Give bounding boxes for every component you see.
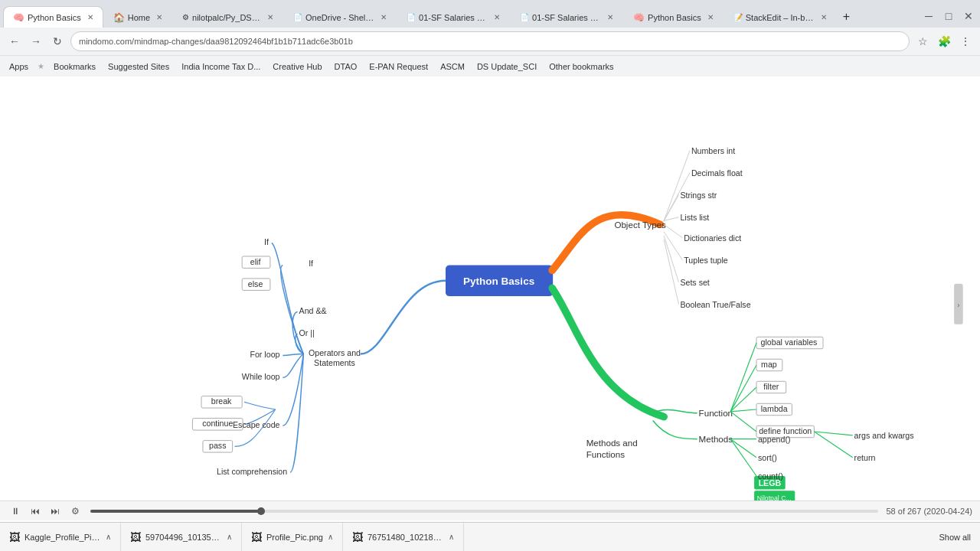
node-escape[interactable]: Escape code — [233, 420, 280, 429]
download-59704496-arrow[interactable]: ∧ — [227, 533, 232, 541]
maximize-button[interactable]: □ — [940, 8, 957, 24]
back-button[interactable]: ← — [6, 33, 23, 50]
node-boolean[interactable]: Boolean True/False — [680, 300, 750, 309]
extensions-button[interactable]: 🧩 — [936, 33, 952, 50]
bookmark-creative-hub[interactable]: Creative Hub — [270, 60, 325, 73]
node-dicts[interactable]: Dictionaries dict — [684, 233, 741, 243]
node-else[interactable]: else — [248, 279, 263, 289]
download-kaggle-arrow[interactable]: ∧ — [106, 533, 111, 541]
download-76751480-arrow[interactable]: ∧ — [449, 533, 454, 541]
node-decimals[interactable]: Decimals float — [691, 168, 743, 178]
settings-button[interactable]: ⋮ — [957, 33, 974, 50]
node-tuples[interactable]: Tuples tuple — [684, 256, 728, 265]
tab-close-icon[interactable]: ✕ — [381, 13, 387, 21]
tab-home[interactable]: 🏠 Home ✕ — [103, 6, 172, 28]
reload-button[interactable]: ↻ — [49, 33, 66, 50]
tab-close-icon[interactable]: ✕ — [156, 13, 162, 21]
bookmark-ascm[interactable]: ASCM — [437, 60, 468, 73]
node-strings[interactable]: Strings str — [680, 191, 717, 200]
tab-close-icon[interactable]: ✕ — [267, 13, 273, 21]
node-break[interactable]: break — [211, 396, 232, 406]
download-59704496[interactable]: 🖼 59704496_101358....jpg ∧ — [121, 523, 242, 552]
minimize-button[interactable]: ─ — [920, 8, 937, 24]
center-label: Python Basics — [463, 276, 534, 287]
download-profile-arrow[interactable]: ∧ — [328, 533, 333, 541]
mindmap-canvas[interactable]: Python Basics Operators and Statements I… — [0, 77, 980, 520]
line-count — [730, 439, 756, 476]
tab-salaries-1[interactable]: 📄 01-SF Salaries Exercise - Ju... ✕ — [397, 6, 510, 28]
line-methods — [653, 421, 697, 439]
node-count[interactable]: count() — [758, 471, 783, 481]
label-methods: Methods — [699, 434, 733, 444]
next-button[interactable]: ⏭ — [47, 504, 63, 519]
tab-salaries-2[interactable]: 📄 01-SF Salaries Exercise - Ju... ✕ — [510, 6, 623, 28]
new-tab-button[interactable]: + — [837, 6, 898, 28]
line-listcomp — [290, 354, 303, 473]
node-sets[interactable]: Sets set — [680, 278, 709, 287]
download-59704496-icon: 🖼 — [130, 531, 141, 543]
tab-close-icon[interactable]: ✕ — [607, 13, 613, 21]
tab-close-icon[interactable]: ✕ — [87, 13, 93, 21]
tab-close-icon[interactable]: ✕ — [494, 13, 500, 21]
address-bar[interactable]: mindomo.com/mindmap-changes/daa981209246… — [70, 31, 910, 51]
node-map[interactable]: map — [761, 360, 777, 369]
node-listcomp[interactable]: List comprehension — [217, 467, 287, 476]
bookmark-star-button[interactable]: ☆ — [914, 33, 931, 50]
bookmark-bookmarks[interactable]: Bookmarks — [51, 60, 99, 73]
bookmark-tax[interactable]: India Income Tax D... — [178, 60, 263, 73]
progress-bar[interactable] — [90, 510, 878, 513]
line-strings — [664, 195, 678, 221]
line-break — [244, 402, 276, 409]
node-pass[interactable]: pass — [209, 441, 226, 450]
browser-chrome: 🧠 Python Basics ✕ 🏠 Home ✕ ⚙ nilotpalc/P… — [0, 0, 980, 77]
tab-stackedit[interactable]: 📝 StackEdit – In-browser Mar... ✕ — [724, 6, 837, 28]
node-args[interactable]: args and kwargs — [854, 431, 914, 440]
bookmark-dtao[interactable]: DTAO — [332, 60, 361, 73]
download-76751480-name: 76751480_102181....jpg — [368, 533, 444, 542]
node-lambda[interactable]: lambda — [761, 404, 788, 413]
node-return[interactable]: return — [854, 453, 876, 462]
node-numbers[interactable]: Numbers int — [691, 146, 735, 155]
prev-button[interactable]: ⏮ — [28, 504, 43, 519]
bookmark-ds-update[interactable]: DS Update_SCI — [474, 60, 540, 73]
node-elif[interactable]: elif — [250, 257, 261, 266]
bookmark-suggested[interactable]: Suggested Sites — [105, 60, 172, 73]
close-button[interactable]: ✕ — [960, 8, 977, 24]
bookmark-epan[interactable]: E-PAN Request — [366, 60, 431, 73]
tab-python-basics-active[interactable]: 🧠 Python Basics ✕ — [3, 6, 103, 28]
progress-thumb[interactable] — [257, 507, 265, 515]
forward-button[interactable]: → — [28, 33, 44, 50]
download-kaggle[interactable]: 🖼 Kaggle_Profile_Pic.png ∧ — [0, 523, 121, 552]
node-forloop[interactable]: For loop — [250, 350, 279, 359]
bookmark-other[interactable]: Other bookmarks — [546, 60, 616, 73]
node-global[interactable]: global variables — [761, 337, 818, 347]
progress-fill — [90, 510, 261, 513]
node-if-1[interactable]: If — [264, 237, 269, 246]
node-and[interactable]: And && — [299, 306, 327, 315]
label-statements: Statements — [314, 358, 355, 367]
node-filter[interactable]: filter — [763, 382, 779, 391]
tab-close-icon[interactable]: ✕ — [707, 13, 714, 21]
line-lambda — [730, 409, 756, 412]
download-profile[interactable]: 🖼 Profile_Pic.png ∧ — [242, 523, 343, 552]
node-or[interactable]: Or || — [299, 328, 315, 337]
node-if-2[interactable]: If — [309, 259, 313, 268]
node-whileloop[interactable]: While loop — [242, 372, 280, 381]
bookmark-apps[interactable]: Apps — [6, 60, 31, 73]
node-lists[interactable]: Lists list — [680, 213, 709, 222]
line-return — [814, 432, 852, 458]
node-sort[interactable]: sort() — [758, 453, 777, 462]
tab-python-basics-2[interactable]: 🧠 Python Basics ✕ — [623, 6, 724, 28]
node-continue[interactable]: continue — [202, 419, 233, 428]
settings-player-button[interactable]: ⚙ — [67, 504, 83, 519]
pause-button[interactable]: ⏸ — [8, 504, 23, 519]
node-append[interactable]: append() — [758, 435, 791, 444]
download-kaggle-name: Kaggle_Profile_Pic.png — [24, 533, 101, 542]
download-76751480[interactable]: 🖼 76751480_102181....jpg ∧ — [343, 523, 464, 552]
tab-close-icon[interactable]: ✕ — [821, 13, 827, 21]
tab-onedrive[interactable]: 📄 OneDrive - Shell/Documen... ✕ — [283, 6, 397, 28]
tab-github[interactable]: ⚙ nilotpalc/Py_DS_ML_Boot... ✕ — [172, 6, 283, 28]
label-functions: Functions — [586, 449, 625, 459]
bookmarks-bar: Apps ★ Bookmarks Suggested Sites India I… — [0, 55, 980, 77]
show-all-button[interactable]: Show all — [929, 533, 980, 542]
